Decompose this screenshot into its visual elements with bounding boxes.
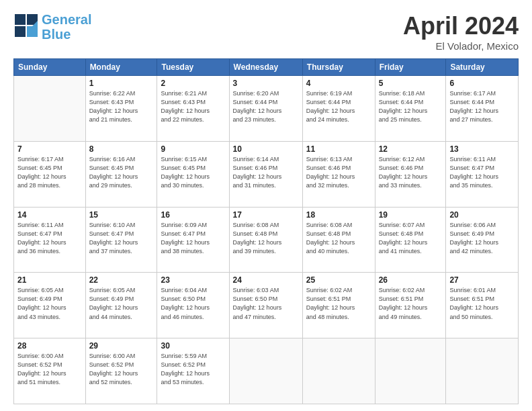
table-row: 1Sunrise: 6:22 AMSunset: 6:43 PMDaylight… (85, 76, 157, 142)
table-row: 29Sunrise: 6:00 AMSunset: 6:52 PMDayligh… (85, 338, 157, 404)
table-row: 2Sunrise: 6:21 AMSunset: 6:43 PMDaylight… (157, 76, 229, 142)
day-number: 10 (233, 144, 299, 154)
table-row: 11Sunrise: 6:13 AMSunset: 6:46 PMDayligh… (302, 141, 375, 207)
table-row: 22Sunrise: 6:05 AMSunset: 6:49 PMDayligh… (85, 273, 157, 338)
day-info: Sunrise: 6:08 AMSunset: 6:48 PMDaylight:… (233, 221, 299, 256)
day-info: Sunrise: 6:20 AMSunset: 6:44 PMDaylight:… (233, 89, 299, 124)
table-row: 15Sunrise: 6:10 AMSunset: 6:47 PMDayligh… (85, 207, 157, 273)
page: General Blue April 2024 El Volador, Mexi… (0, 0, 532, 411)
table-row (229, 338, 302, 404)
table-row (446, 338, 519, 404)
table-row: 23Sunrise: 6:04 AMSunset: 6:50 PMDayligh… (157, 273, 229, 338)
header-thursday: Thursday (302, 59, 375, 76)
day-number: 16 (161, 210, 225, 220)
day-number: 26 (379, 275, 443, 285)
logo-line1: General (42, 12, 91, 27)
day-number: 11 (306, 144, 371, 154)
day-info: Sunrise: 6:08 AMSunset: 6:48 PMDaylight:… (306, 221, 371, 256)
day-info: Sunrise: 6:21 AMSunset: 6:43 PMDaylight:… (161, 89, 225, 124)
day-info: Sunrise: 6:11 AMSunset: 6:47 PMDaylight:… (449, 155, 515, 190)
header-wednesday: Wednesday (229, 59, 302, 76)
day-info: Sunrise: 6:01 AMSunset: 6:51 PMDaylight:… (449, 286, 515, 321)
day-info: Sunrise: 6:09 AMSunset: 6:47 PMDaylight:… (161, 221, 225, 256)
day-number: 19 (379, 210, 443, 220)
day-number: 8 (89, 144, 154, 154)
day-number: 9 (161, 144, 225, 154)
day-info: Sunrise: 6:05 AMSunset: 6:49 PMDaylight:… (89, 286, 154, 321)
day-info: Sunrise: 6:04 AMSunset: 6:50 PMDaylight:… (161, 286, 225, 321)
calendar: Sunday Monday Tuesday Wednesday Thursday… (13, 58, 519, 404)
table-row: 24Sunrise: 6:03 AMSunset: 6:50 PMDayligh… (229, 273, 302, 338)
table-row: 14Sunrise: 6:11 AMSunset: 6:47 PMDayligh… (14, 207, 86, 273)
day-number: 3 (233, 79, 299, 88)
day-number: 13 (449, 144, 515, 154)
day-number: 14 (17, 210, 82, 220)
day-info: Sunrise: 6:13 AMSunset: 6:46 PMDaylight:… (306, 155, 371, 190)
day-info: Sunrise: 6:03 AMSunset: 6:50 PMDaylight:… (233, 286, 299, 321)
day-info: Sunrise: 6:11 AMSunset: 6:47 PMDaylight:… (17, 221, 82, 256)
subtitle: El Volador, Mexico (403, 40, 519, 52)
day-number: 17 (233, 210, 299, 220)
day-info: Sunrise: 6:00 AMSunset: 6:52 PMDaylight:… (89, 352, 154, 387)
header-friday: Friday (375, 59, 446, 76)
day-info: Sunrise: 6:00 AMSunset: 6:52 PMDaylight:… (17, 352, 82, 387)
table-row: 5Sunrise: 6:18 AMSunset: 6:44 PMDaylight… (375, 76, 446, 142)
header-sunday: Sunday (14, 59, 86, 76)
table-row: 26Sunrise: 6:02 AMSunset: 6:51 PMDayligh… (375, 273, 446, 338)
table-row: 21Sunrise: 6:05 AMSunset: 6:49 PMDayligh… (14, 273, 86, 338)
day-number: 5 (379, 79, 443, 88)
table-row: 20Sunrise: 6:06 AMSunset: 6:49 PMDayligh… (446, 207, 519, 273)
table-row: 10Sunrise: 6:14 AMSunset: 6:46 PMDayligh… (229, 141, 302, 207)
day-info: Sunrise: 6:17 AMSunset: 6:44 PMDaylight:… (449, 89, 515, 124)
day-number: 15 (89, 210, 154, 220)
logo-line2: Blue (42, 27, 91, 42)
day-number: 21 (17, 275, 82, 285)
table-row (375, 338, 446, 404)
day-number: 25 (306, 275, 371, 285)
day-number: 1 (89, 79, 154, 88)
day-info: Sunrise: 6:18 AMSunset: 6:44 PMDaylight:… (379, 89, 443, 124)
table-row: 28Sunrise: 6:00 AMSunset: 6:52 PMDayligh… (14, 338, 86, 404)
day-number: 7 (17, 144, 82, 154)
day-number: 20 (449, 210, 515, 220)
day-info: Sunrise: 6:22 AMSunset: 6:43 PMDaylight:… (89, 89, 154, 124)
main-title: April 2024 (403, 12, 519, 40)
header-tuesday: Tuesday (157, 59, 229, 76)
header: General Blue April 2024 El Volador, Mexi… (13, 12, 519, 52)
day-number: 2 (161, 79, 225, 88)
day-info: Sunrise: 6:07 AMSunset: 6:48 PMDaylight:… (379, 221, 443, 256)
logo-icon (13, 13, 39, 41)
table-row: 17Sunrise: 6:08 AMSunset: 6:48 PMDayligh… (229, 207, 302, 273)
header-monday: Monday (85, 59, 157, 76)
day-info: Sunrise: 6:16 AMSunset: 6:45 PMDaylight:… (89, 155, 154, 190)
day-number: 12 (379, 144, 443, 154)
day-info: Sunrise: 6:05 AMSunset: 6:49 PMDaylight:… (17, 286, 82, 321)
table-row: 9Sunrise: 6:15 AMSunset: 6:45 PMDaylight… (157, 141, 229, 207)
table-row: 3Sunrise: 6:20 AMSunset: 6:44 PMDaylight… (229, 76, 302, 142)
day-number: 22 (89, 275, 154, 285)
calendar-header-row: Sunday Monday Tuesday Wednesday Thursday… (14, 59, 519, 76)
day-info: Sunrise: 6:19 AMSunset: 6:44 PMDaylight:… (306, 89, 371, 124)
table-row: 13Sunrise: 6:11 AMSunset: 6:47 PMDayligh… (446, 141, 519, 207)
day-info: Sunrise: 6:17 AMSunset: 6:45 PMDaylight:… (17, 155, 82, 190)
logo: General Blue (13, 12, 91, 42)
day-number: 27 (449, 275, 515, 285)
table-row: 7Sunrise: 6:17 AMSunset: 6:45 PMDaylight… (14, 141, 86, 207)
table-row: 8Sunrise: 6:16 AMSunset: 6:45 PMDaylight… (85, 141, 157, 207)
day-info: Sunrise: 6:06 AMSunset: 6:49 PMDaylight:… (449, 221, 515, 256)
table-row (302, 338, 375, 404)
day-info: Sunrise: 6:02 AMSunset: 6:51 PMDaylight:… (306, 286, 371, 321)
table-row (14, 76, 86, 142)
day-number: 30 (161, 341, 225, 351)
day-number: 29 (89, 341, 154, 351)
header-saturday: Saturday (446, 59, 519, 76)
day-info: Sunrise: 6:15 AMSunset: 6:45 PMDaylight:… (161, 155, 225, 190)
table-row: 4Sunrise: 6:19 AMSunset: 6:44 PMDaylight… (302, 76, 375, 142)
table-row: 18Sunrise: 6:08 AMSunset: 6:48 PMDayligh… (302, 207, 375, 273)
day-info: Sunrise: 6:14 AMSunset: 6:46 PMDaylight:… (233, 155, 299, 190)
day-number: 28 (17, 341, 82, 351)
svg-rect-2 (15, 26, 26, 37)
day-info: Sunrise: 6:12 AMSunset: 6:46 PMDaylight:… (379, 155, 443, 190)
table-row: 6Sunrise: 6:17 AMSunset: 6:44 PMDaylight… (446, 76, 519, 142)
day-info: Sunrise: 6:02 AMSunset: 6:51 PMDaylight:… (379, 286, 443, 321)
